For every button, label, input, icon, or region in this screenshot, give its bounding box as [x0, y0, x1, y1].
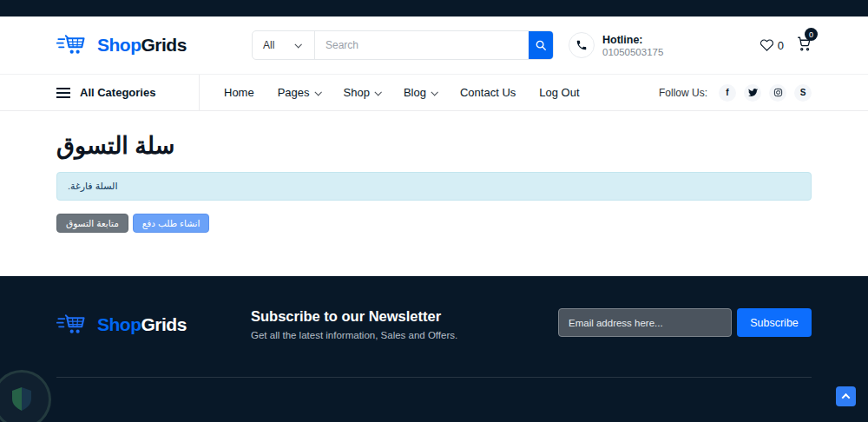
search-icon: [535, 39, 547, 51]
newsletter: Subscribe to our Newsletter Get all the …: [251, 308, 457, 340]
chevron-down-icon: [295, 41, 302, 48]
subscribe-button[interactable]: Subscribe: [737, 308, 812, 337]
all-categories-button[interactable]: All Categories: [56, 75, 200, 110]
newsletter-subtitle: Get all the latest information, Sales an…: [251, 330, 457, 340]
page: ShopGrids All Hotline: 01050503: [0, 0, 868, 422]
search-input[interactable]: [315, 31, 529, 59]
cart-count-badge: 0: [805, 28, 818, 41]
nav-links: Home Pages Shop Blog Contact Us Log Out: [224, 75, 580, 110]
footer: ShopGrids Subscribe to our Newsletter Ge…: [0, 276, 868, 422]
scroll-to-top-button[interactable]: [836, 386, 856, 406]
nav-log-out[interactable]: Log Out: [539, 86, 579, 99]
instagram-icon[interactable]: [769, 84, 786, 102]
search-button[interactable]: [529, 31, 553, 59]
follow-us: Follow Us: f S: [659, 75, 812, 110]
nav-contact-us[interactable]: Contact Us: [460, 86, 516, 99]
cart-button[interactable]: 0: [796, 36, 812, 55]
wishlist-count: 0: [778, 39, 784, 52]
checkout-button[interactable]: انشاء طلب دفع: [133, 214, 210, 233]
shield-watermark-icon: [0, 370, 51, 422]
email-field[interactable]: [558, 308, 732, 337]
phone-icon: [569, 32, 595, 58]
page-title: سلة التسوق: [56, 111, 812, 160]
cart-logo-icon: [56, 31, 91, 59]
hotline-number: 01050503175: [602, 47, 663, 57]
newsletter-form: Subscribe: [558, 308, 812, 337]
search-bar: All: [252, 30, 554, 60]
wishlist-button[interactable]: 0: [760, 38, 784, 52]
continue-shopping-button[interactable]: متابعة التسوق: [56, 214, 128, 233]
facebook-icon[interactable]: f: [719, 84, 736, 102]
footer-logo[interactable]: ShopGrids: [56, 311, 251, 339]
twitter-icon[interactable]: [744, 84, 761, 102]
category-select[interactable]: All: [253, 31, 315, 59]
empty-cart-alert: السلة فارغة.: [56, 172, 812, 201]
arrow-up-icon: [842, 393, 851, 402]
nav-blog[interactable]: Blog: [404, 86, 437, 99]
hotline: Hotline: 01050503175: [569, 32, 663, 58]
heart-icon: [760, 38, 774, 52]
hotline-label: Hotline:: [602, 34, 663, 46]
all-categories-label: All Categories: [80, 86, 155, 99]
nav-home[interactable]: Home: [224, 86, 254, 99]
cart-page: سلة التسوق السلة فارغة. متابعة التسوق ان…: [0, 111, 868, 276]
chevron-down-icon: [431, 89, 437, 96]
logo[interactable]: ShopGrids: [56, 31, 252, 59]
chevron-down-icon: [374, 89, 381, 96]
cart-actions: متابعة التسوق انشاء طلب دفع: [56, 214, 812, 233]
nav-pages[interactable]: Pages: [278, 86, 320, 99]
newsletter-title: Subscribe to our Newsletter: [251, 308, 457, 325]
nav-shop[interactable]: Shop: [344, 86, 380, 99]
topbar: [0, 0, 868, 16]
footer-logo-text: ShopGrids: [97, 314, 187, 335]
chevron-down-icon: [314, 89, 321, 96]
follow-us-label: Follow Us:: [659, 87, 707, 99]
cart-logo-icon: [56, 311, 91, 339]
hamburger-icon: [56, 88, 70, 98]
skype-icon[interactable]: S: [794, 84, 812, 102]
logo-text: ShopGrids: [97, 35, 187, 56]
header-actions: 0 0: [760, 36, 812, 55]
category-select-value: All: [263, 39, 274, 51]
footer-divider: [56, 377, 812, 378]
header: ShopGrids All Hotline: 01050503: [0, 16, 868, 74]
main-nav: All Categories Home Pages Shop Blog Cont…: [0, 74, 868, 111]
empty-cart-alert-text: السلة فارغة.: [68, 181, 117, 192]
